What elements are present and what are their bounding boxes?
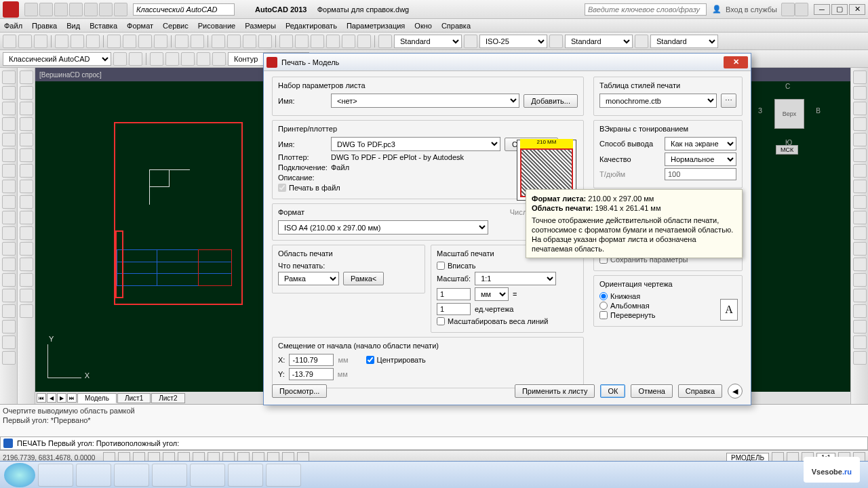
- hatch-icon[interactable]: [2, 273, 16, 287]
- chamfer-icon[interactable]: [20, 273, 33, 287]
- tab-next-icon[interactable]: ▶: [57, 393, 66, 403]
- minimize-button[interactable]: ─: [814, 4, 830, 15]
- mlstyle-select[interactable]: Standard: [565, 35, 633, 48]
- dimstyle-icon[interactable]: [464, 35, 477, 48]
- copy-icon[interactable]: [20, 86, 33, 100]
- ellipsearc-icon[interactable]: [2, 211, 16, 224]
- layer-lock-icon[interactable]: [212, 52, 226, 66]
- tab-prev-icon[interactable]: ◀: [47, 393, 56, 403]
- tab-model[interactable]: Модель: [77, 393, 117, 403]
- dialog-close-button[interactable]: ✕: [724, 56, 748, 68]
- menu-draw[interactable]: Рисование: [198, 22, 235, 30]
- preview-button[interactable]: Просмотр...: [272, 384, 327, 398]
- dim-space-icon[interactable]: [853, 226, 867, 240]
- task-app1[interactable]: [76, 464, 111, 487]
- shademode-select[interactable]: Как на экране: [665, 137, 736, 150]
- rotate-icon[interactable]: [20, 164, 33, 178]
- center-check[interactable]: Центрировать: [366, 356, 426, 364]
- qat-open-icon[interactable]: [39, 3, 53, 16]
- tb-match-icon[interactable]: [154, 35, 167, 48]
- polygon-icon[interactable]: [2, 117, 16, 131]
- vc-north[interactable]: С: [785, 83, 790, 90]
- task-autocad[interactable]: [190, 464, 225, 487]
- region-icon[interactable]: [2, 304, 16, 318]
- tb-zoomwin-icon[interactable]: [243, 35, 256, 48]
- qat-save-icon[interactable]: [54, 3, 68, 16]
- scale-unit[interactable]: мм: [475, 287, 509, 301]
- dim-radius-icon[interactable]: [853, 133, 867, 146]
- tab-last-icon[interactable]: ⏭: [67, 393, 77, 403]
- tablestyle-select[interactable]: Standard: [650, 35, 718, 48]
- qat-plot-icon[interactable]: [84, 3, 98, 16]
- cancel-button[interactable]: Отмена: [631, 384, 672, 398]
- lw-check[interactable]: Масштабировать веса линий: [437, 317, 578, 325]
- addsel-icon[interactable]: [2, 351, 16, 365]
- tb-pan-icon[interactable]: [212, 35, 225, 48]
- maximize-button[interactable]: ▢: [831, 4, 848, 15]
- qat-undo-icon[interactable]: [99, 3, 113, 16]
- menu-edit[interactable]: Правка: [32, 22, 57, 30]
- tb-palette-icon[interactable]: [311, 35, 324, 48]
- task-note[interactable]: [228, 464, 263, 487]
- fillet-icon[interactable]: [20, 289, 33, 302]
- task-folder[interactable]: [266, 464, 301, 487]
- tab-first-icon[interactable]: ⏮: [37, 393, 46, 403]
- exchange-icon[interactable]: [781, 3, 795, 16]
- dim-diam-icon[interactable]: [853, 148, 867, 162]
- scale-num1[interactable]: [437, 288, 471, 300]
- array-icon[interactable]: [20, 133, 33, 146]
- block-icon[interactable]: [2, 242, 16, 256]
- tb-redo-icon[interactable]: [191, 35, 204, 48]
- dialog-titlebar[interactable]: Печать - Модель ✕: [264, 54, 751, 71]
- tb-save-icon[interactable]: [34, 35, 47, 48]
- dim-base-icon[interactable]: [853, 195, 867, 209]
- mlstyle-icon[interactable]: [549, 35, 563, 48]
- layer-freeze-icon[interactable]: [197, 52, 210, 66]
- apply-button[interactable]: Применить к листу: [515, 384, 595, 398]
- qat-redo-icon[interactable]: [114, 3, 127, 16]
- tb-open-icon[interactable]: [18, 35, 32, 48]
- offset-icon[interactable]: [20, 117, 33, 131]
- tb-copy-icon[interactable]: [123, 35, 136, 48]
- ws-toolbar-icon[interactable]: [129, 52, 142, 66]
- ellipse-icon[interactable]: [2, 195, 16, 209]
- vc-east[interactable]: В: [816, 107, 821, 115]
- dim-ord-icon[interactable]: [853, 117, 867, 131]
- command-line[interactable]: ПЕЧАТЬ Первый угол: Противоположный угол…: [0, 436, 868, 450]
- layer-on-icon[interactable]: [181, 52, 195, 66]
- menu-dim[interactable]: Размеры: [245, 22, 276, 30]
- dimupdate-icon[interactable]: [853, 351, 867, 365]
- explode-icon[interactable]: [20, 304, 33, 318]
- ok-button[interactable]: ОК: [600, 384, 625, 398]
- tb-props-icon[interactable]: [279, 35, 293, 48]
- table-icon[interactable]: [2, 320, 16, 333]
- dim-break-icon[interactable]: [853, 242, 867, 256]
- page-setup-select[interactable]: <нет>: [331, 94, 519, 108]
- tb-sheet-icon[interactable]: [326, 35, 340, 48]
- search-input[interactable]: [585, 3, 707, 16]
- task-explorer[interactable]: [38, 464, 73, 487]
- textstyle-select[interactable]: Standard: [394, 35, 462, 48]
- tab-layout2[interactable]: Лист2: [151, 393, 184, 403]
- qat-new-icon[interactable]: [24, 3, 38, 16]
- ws-settings-icon[interactable]: [113, 52, 127, 66]
- break-icon[interactable]: [20, 242, 33, 256]
- menu-insert[interactable]: Вставка: [90, 22, 117, 30]
- menu-param[interactable]: Параметризация: [347, 22, 405, 30]
- help-icon[interactable]: [795, 3, 808, 16]
- close-button[interactable]: ✕: [849, 4, 865, 15]
- dim-aligned-icon[interactable]: [853, 86, 867, 100]
- circle-icon[interactable]: [2, 164, 16, 178]
- offset-x[interactable]: [289, 354, 334, 366]
- portrait-radio[interactable]: Книжная: [599, 292, 736, 300]
- app-icon[interactable]: [3, 1, 19, 18]
- printer-select[interactable]: DWG To PDF.pc3: [331, 137, 500, 151]
- tb-plot-icon[interactable]: [55, 35, 68, 48]
- landscape-radio[interactable]: Альбомная: [599, 302, 736, 310]
- plotstyle-edit-button[interactable]: ⋯: [721, 94, 736, 108]
- collapse-button[interactable]: ◀: [728, 384, 743, 399]
- rect-icon[interactable]: [2, 133, 16, 146]
- dimedit-icon[interactable]: [853, 320, 867, 333]
- jog-icon[interactable]: [853, 304, 867, 318]
- dim-ang-icon[interactable]: [853, 164, 867, 178]
